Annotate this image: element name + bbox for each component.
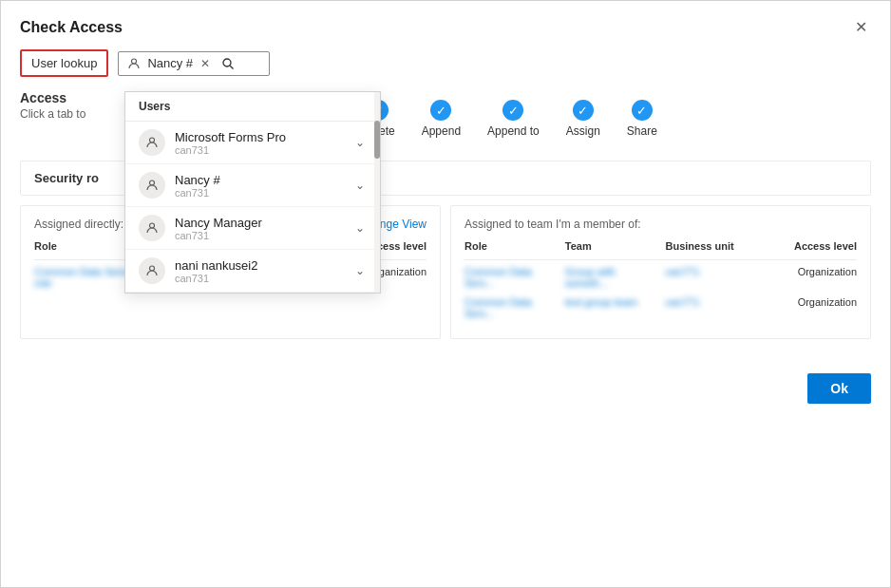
perm-label-assign: Assign xyxy=(566,124,600,138)
perm-share: ✓ Share xyxy=(627,100,657,138)
cell-role-1: Common Data Serv... xyxy=(464,266,556,289)
item-sub: can731 xyxy=(175,230,353,241)
dropdown-item[interactable]: nani nankusei2 can731 ⌄ xyxy=(125,250,380,293)
item-name: Nancy # xyxy=(175,173,353,187)
user-icon xyxy=(126,56,142,71)
perm-append: ✓ Append xyxy=(422,100,461,138)
team-text-2: test group team xyxy=(565,296,637,308)
bu-text-2: can771 xyxy=(666,296,700,308)
item-sub: can731 xyxy=(175,273,353,284)
person-icon xyxy=(139,172,165,199)
item-sub: can731 xyxy=(175,144,353,156)
team-text-1: Group with someth... xyxy=(565,266,656,289)
svg-point-3 xyxy=(150,138,155,142)
item-sub: can731 xyxy=(175,187,353,199)
role-text-1: Common Data Serv... xyxy=(464,266,556,289)
perm-append-to: ✓ Append to xyxy=(487,100,540,138)
right-panel: Assigned to team I'm a member of: Role T… xyxy=(450,205,871,339)
perm-check-assign: ✓ xyxy=(573,100,594,121)
item-info: Nancy # can731 xyxy=(175,173,353,199)
svg-point-5 xyxy=(150,223,155,228)
bu-text-1: can771 xyxy=(666,266,700,277)
user-lookup-row: User lookup Nancy # ✕ xyxy=(20,49,871,77)
svg-point-4 xyxy=(150,180,155,185)
col-team: Team xyxy=(565,240,656,252)
item-name: Microsoft Forms Pro xyxy=(175,130,353,144)
modal-title: Check Access xyxy=(20,19,123,36)
item-info: Nancy Manager can731 xyxy=(175,216,353,241)
item-info: nani nankusei2 can731 xyxy=(175,258,353,284)
role-text-2: Common Data Serv... xyxy=(464,296,556,319)
user-dropdown: Users Microsoft Forms Pro can731 xyxy=(124,91,381,294)
perm-check-append-to: ✓ xyxy=(502,100,523,121)
col-business-unit: Business unit xyxy=(666,240,757,252)
right-table-header-row: Role Team Business unit Access level xyxy=(464,240,857,252)
permissions-row: ✓ Delete ✓ Append ✓ Append to ✓ Assign ✓ xyxy=(362,100,657,138)
ok-button[interactable]: Ok xyxy=(807,373,871,404)
cell-bu-1: can771 xyxy=(666,266,757,289)
right-panel-header: Assigned to team I'm a member of: xyxy=(464,218,857,231)
chevron-button[interactable]: ⌄ xyxy=(353,219,367,237)
cell-bu-2: can771 xyxy=(666,296,757,319)
cell-al-2: Organization xyxy=(766,296,857,319)
dropdown-item[interactable]: Microsoft Forms Pro can731 ⌄ xyxy=(125,122,380,164)
scrollbar xyxy=(374,92,380,293)
cell-al-1: Organization xyxy=(766,266,857,289)
cell-role-2: Common Data Serv... xyxy=(464,296,556,319)
security-roles-label: Security ro xyxy=(34,171,99,185)
perm-label-append-to: Append to xyxy=(487,124,540,138)
modal-header: Check Access ✕ xyxy=(1,1,890,49)
chevron-button[interactable]: ⌄ xyxy=(353,177,367,194)
person-icon xyxy=(139,215,165,241)
item-name: Nancy Manager xyxy=(175,216,353,230)
modal-body: User lookup Nancy # ✕ xyxy=(1,49,890,358)
right-table-row-1: Common Data Serv... Group with someth...… xyxy=(464,266,857,289)
person-icon xyxy=(139,129,165,156)
user-lookup-input[interactable]: Nancy # ✕ xyxy=(118,51,270,76)
search-button[interactable] xyxy=(218,57,238,70)
right-table-row-2: Common Data Serv... test group team can7… xyxy=(464,296,857,319)
user-lookup-label: User lookup xyxy=(20,49,108,77)
svg-point-1 xyxy=(223,59,231,66)
item-info: Microsoft Forms Pro can731 xyxy=(175,130,353,156)
perm-label-share: Share xyxy=(627,124,657,138)
dropdown-item[interactable]: Nancy # can731 ⌄ xyxy=(125,164,380,207)
col-role: Role xyxy=(464,240,556,252)
user-tag-text: Nancy # xyxy=(147,56,193,70)
svg-line-2 xyxy=(230,66,233,68)
modal-footer: Ok xyxy=(1,358,890,419)
clear-user-button[interactable]: ✕ xyxy=(199,57,212,70)
perm-check-share: ✓ xyxy=(632,100,653,121)
svg-point-6 xyxy=(150,266,155,271)
dropdown-item[interactable]: Nancy Manager can731 ⌄ xyxy=(125,207,380,250)
assigned-team-label: Assigned to team I'm a member of: xyxy=(464,218,641,231)
item-name: nani nankusei2 xyxy=(175,258,353,273)
perm-check-append: ✓ xyxy=(430,100,451,121)
chevron-button[interactable]: ⌄ xyxy=(353,134,367,151)
cell-team-2: test group team xyxy=(565,296,656,319)
chevron-button[interactable]: ⌄ xyxy=(353,262,367,279)
cell-team-1: Group with someth... xyxy=(565,266,656,289)
svg-point-0 xyxy=(132,59,137,64)
scrollbar-thumb xyxy=(374,121,380,159)
modal-dialog: Check Access ✕ User lookup Nancy # ✕ xyxy=(0,0,891,588)
perm-label-append: Append xyxy=(422,124,461,138)
dropdown-list: Microsoft Forms Pro can731 ⌄ xyxy=(125,122,380,293)
perm-assign: ✓ Assign xyxy=(566,100,600,138)
col-access-level: Access level xyxy=(766,240,857,252)
divider xyxy=(464,259,857,260)
person-icon xyxy=(139,257,165,284)
close-button[interactable]: ✕ xyxy=(851,14,871,40)
assigned-directly-label: Assigned directly: xyxy=(34,218,123,231)
dropdown-header: Users xyxy=(125,92,380,122)
